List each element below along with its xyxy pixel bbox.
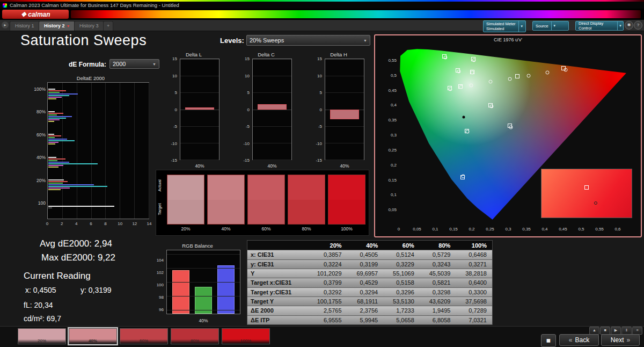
current-fl-value: fL: 20,34 [24, 301, 53, 309]
rgb-bar [217, 265, 235, 314]
y-axis-tick: 98 [159, 295, 164, 300]
meter-dropdown[interactable]: Simulated Meter Simulated ▼ [483, 20, 526, 32]
bar [48, 93, 78, 95]
cie-target-marker [584, 185, 589, 190]
de-formula-select[interactable]: 2000 ▼ [109, 59, 159, 69]
gridline [167, 296, 240, 297]
gridline [253, 76, 291, 76]
next-button[interactable]: Next » [601, 334, 640, 346]
table-cell: 100,1755 [311, 297, 347, 306]
gridline [180, 143, 219, 143]
y-axis-tick: 0,4 [391, 103, 397, 107]
stop-button[interactable]: ■ [600, 327, 610, 335]
chevron-down-icon[interactable]: ▼ [518, 21, 525, 32]
gridline [325, 59, 364, 60]
gridline [253, 59, 291, 60]
table-cell: 1,7233 [383, 306, 420, 315]
tab-history-3[interactable]: History 3 [74, 21, 104, 31]
y-axis-tick: 5 [320, 90, 322, 95]
x-axis-tick: 0,15 [449, 227, 458, 232]
gridline [325, 92, 364, 93]
cie-measured-marker [489, 105, 493, 109]
target-swatch [208, 200, 244, 225]
x-axis-tick: 0,25 [486, 227, 494, 232]
table-cell: 0,3300 [456, 287, 492, 297]
tab-history-1[interactable]: History 1 [10, 21, 40, 31]
tab-dropdown-icon[interactable]: ▼ [67, 24, 70, 28]
bottom-swatch-button[interactable]: 40% [69, 328, 117, 344]
y-axis-tick: -10 [316, 141, 322, 146]
table-row-label: ΔE 2000 [247, 306, 311, 315]
bottom-swatch-button[interactable]: 100% [222, 328, 270, 344]
avg-de2000-stat: Avg dE2000: 2,94 [40, 238, 112, 249]
y-axis-tick: 0 [320, 107, 322, 112]
table-cell: 5,0658 [383, 315, 420, 324]
bottom-swatch-button[interactable]: 60% [120, 328, 168, 344]
saturation-swatch [288, 175, 325, 225]
bar [48, 163, 98, 164]
bottom-swatch-button[interactable]: 20% [18, 328, 66, 344]
bar-group [48, 83, 149, 105]
cie-measured-marker [509, 125, 513, 129]
source-dropdown[interactable]: Source ▼ [532, 21, 569, 31]
chevron-down-icon[interactable]: ▼ [551, 21, 558, 30]
bar [48, 111, 55, 112]
meter-line1: Simulated Meter [486, 21, 516, 26]
table-cell: 6,8058 [420, 315, 456, 324]
gridline [180, 59, 219, 60]
saturation-swatch [207, 175, 245, 225]
actual-swatch [167, 175, 204, 200]
layers-button[interactable]: ≡ [632, 327, 642, 335]
bar-group [48, 128, 149, 150]
tab-history-2[interactable]: History 2▼ [39, 21, 75, 31]
saturation-swatch [328, 175, 365, 225]
cie-chart-panel: CIE 1976 u'v' 0,550,50,450,40,350,30,250… [374, 34, 642, 237]
calman-logo[interactable]: ❖ calman [2, 10, 69, 19]
back-button[interactable]: « Back [559, 334, 599, 346]
table-row-label: Y [247, 269, 311, 278]
chevron-down-icon[interactable]: ▼ [617, 21, 623, 30]
stop-button[interactable]: ◼ [541, 334, 556, 347]
table-cell: 37,5698 [456, 297, 492, 306]
cie-measured-marker [508, 77, 512, 81]
table-cell: 0,3271 [456, 259, 492, 269]
bottom-swatch-button[interactable]: 80% [171, 328, 219, 344]
play-button[interactable]: ▶ [611, 327, 621, 335]
cie-measured-marker [545, 71, 549, 75]
table-header-cell: 80% [420, 241, 456, 250]
eject-button[interactable]: ▲ [589, 327, 599, 335]
levels-select[interactable]: 20% Sweeps ▼ [246, 35, 370, 46]
current-x-value: x: 0,4505 [25, 286, 56, 294]
table-cell: 69,6957 [347, 269, 384, 278]
y-axis-tick: 10 [317, 73, 322, 78]
y-axis-tick: -10 [243, 141, 250, 146]
pause-button[interactable]: ‖ [621, 327, 632, 335]
swatch-label: 100% [328, 226, 365, 232]
swatch-label: 40% [207, 226, 245, 232]
x-axis-tick: 12 [132, 221, 137, 226]
table-cell: 0,3298 [420, 287, 456, 297]
bar [48, 179, 64, 180]
bar [48, 121, 54, 122]
bar [48, 167, 58, 168]
y-axis-tick: 0 [247, 107, 250, 112]
bar [48, 160, 57, 161]
saturation-swatch-strip: Actual Target 20%40%60%80%100% [156, 170, 369, 236]
y-axis-label: 60% [31, 132, 46, 138]
table-row-label: ΔE ITP [247, 315, 311, 324]
display-control-dropdown[interactable]: Direct Display Control ▼ [575, 21, 624, 31]
help-icon[interactable]: ? [634, 21, 642, 30]
gear-icon[interactable]: ✱ [625, 21, 633, 30]
y-axis-tick: 0,45 [388, 88, 397, 92]
calman-logo-text: calman [28, 11, 50, 18]
table-cell: 55,1069 [383, 269, 420, 278]
bar [48, 187, 70, 189]
y-axis-tick: 15 [172, 56, 177, 61]
gridline [167, 282, 240, 283]
tab-add-button[interactable]: + [103, 21, 113, 31]
y-axis-tick: 15 [317, 56, 322, 61]
tab-nav-button[interactable]: ▸ [2, 21, 9, 28]
target-row-label: Target [157, 208, 162, 215]
table-row-label: Target Y [247, 297, 311, 306]
y-axis-tick: 0 [175, 107, 177, 112]
